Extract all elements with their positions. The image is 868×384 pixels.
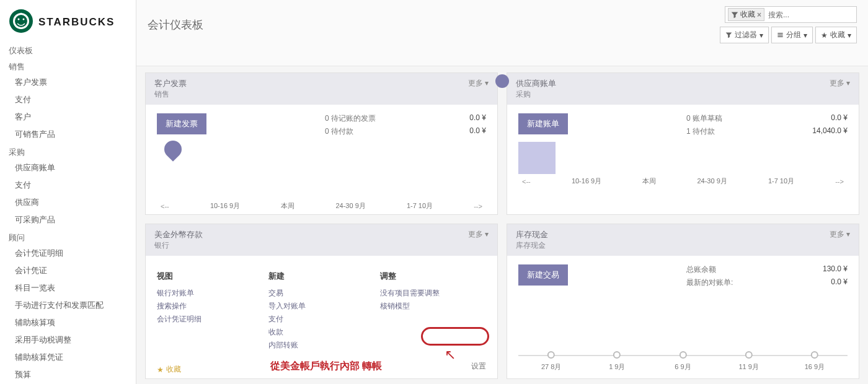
- favorites-button-label: 收藏: [830, 30, 845, 40]
- card-link[interactable]: 导入对账单: [268, 300, 361, 313]
- new-invoice-button[interactable]: 新建发票: [157, 113, 206, 134]
- nav-item[interactable]: 科目一览表: [0, 279, 136, 297]
- card-link[interactable]: 银行对账单: [157, 287, 250, 300]
- favorites-chip-label: 收藏: [740, 9, 755, 20]
- nav-item[interactable]: 辅助核算凭证: [0, 349, 136, 366]
- annotation-box: [421, 327, 489, 346]
- card-subtitle: 库存现金: [516, 240, 548, 251]
- card-title: 美金外幣存款: [154, 229, 203, 240]
- card-link[interactable]: 会计凭证明细: [157, 313, 250, 326]
- card-link[interactable]: 搜索操作: [157, 300, 250, 313]
- metric-value: 14,040.0 ¥: [812, 126, 848, 137]
- groupby-button[interactable]: 分组 ▾: [771, 27, 813, 43]
- chart-nav-arrow[interactable]: -->: [474, 203, 482, 210]
- card-more-button[interactable]: 更多 ▾: [830, 229, 850, 251]
- nav-item[interactable]: 客户发票: [0, 74, 136, 91]
- nav-group-title[interactable]: 顾问: [0, 229, 136, 245]
- new-transaction-button[interactable]: 新建交易: [518, 264, 568, 286]
- close-icon[interactable]: ×: [757, 11, 761, 19]
- nav-group-title[interactable]: 采购: [0, 143, 136, 159]
- card-link[interactable]: 交易: [268, 287, 361, 300]
- star-icon: ★: [157, 365, 164, 374]
- chart-nav-arrow[interactable]: <--: [522, 178, 531, 185]
- card-vendor-bill: 供应商账单 采购 更多 ▾ 新建账单 0 账单草稿 0.0 ¥: [507, 72, 859, 215]
- nav-item[interactable]: 供应商账单: [0, 159, 136, 177]
- card-more-button[interactable]: 更多 ▾: [468, 229, 489, 251]
- nav-group-title[interactable]: 仪表板: [0, 41, 136, 58]
- nav-item[interactable]: 可采购产品: [0, 211, 136, 229]
- metric-value: 130.0 ¥: [823, 264, 848, 275]
- card-link[interactable]: 内部转账: [268, 339, 361, 352]
- card-link[interactable]: 没有项目需要调整: [380, 287, 485, 300]
- card-customer-invoice: 客户发票 销售 更多 ▾ 新建发票: [145, 72, 498, 215]
- caret-down-icon: ▾: [760, 31, 763, 40]
- axis-label: 本周: [642, 177, 656, 186]
- search-input[interactable]: [767, 9, 854, 20]
- nav-item[interactable]: 辅助核算项: [0, 314, 136, 331]
- timeline-point: 6 9月: [675, 351, 691, 372]
- metric-label[interactable]: 1 待付款: [686, 126, 715, 137]
- annotation-text: 從美金帳戶執行內部 轉帳: [270, 360, 382, 373]
- nav-item[interactable]: 手动进行支付和发票匹配: [0, 297, 136, 314]
- metric-value: 0.0 ¥: [469, 113, 486, 124]
- brand-name: STARBUCKS: [38, 16, 115, 28]
- metric-label[interactable]: 总账余额: [686, 264, 716, 275]
- nav-item[interactable]: 采用手动税调整: [0, 331, 136, 349]
- nav-item[interactable]: 支付: [0, 177, 136, 194]
- card-link[interactable]: 核销模型: [380, 300, 485, 313]
- favorites-button[interactable]: ★ 收藏 ▾: [815, 27, 857, 43]
- metric-label[interactable]: 0 待付款: [325, 126, 353, 137]
- filter-button-label: 过滤器: [735, 30, 757, 40]
- groupby-button-label: 分组: [786, 30, 801, 40]
- page-title: 会计仪表板: [148, 17, 203, 32]
- metric-label[interactable]: 0 账单草稿: [686, 113, 722, 124]
- card-subtitle: 采购: [516, 89, 556, 100]
- axis-label: 24-30 9月: [697, 177, 727, 186]
- favorites-chip[interactable]: 收藏 ×: [728, 8, 764, 21]
- nav-item[interactable]: 可销售产品: [0, 126, 136, 143]
- journal-connector-icon[interactable]: [495, 74, 509, 88]
- axis-label: 1-7 10月: [768, 177, 794, 186]
- metric-label[interactable]: 0 待记账的发票: [325, 113, 376, 124]
- new-bill-button[interactable]: 新建账单: [518, 113, 568, 134]
- timeline-point: 27 8月: [541, 351, 561, 372]
- svg-point-3: [18, 19, 20, 20]
- axis-label: 1-7 10月: [407, 201, 433, 211]
- settings-link[interactable]: 设置: [471, 361, 486, 372]
- nav-item[interactable]: 会计凭证明细: [0, 245, 136, 262]
- card-more-button[interactable]: 更多 ▾: [468, 78, 489, 100]
- axis-label: 10-16 9月: [210, 201, 240, 211]
- card-title: 库存现金: [516, 229, 548, 240]
- card-subtitle: 销售: [154, 89, 187, 100]
- brand-logo-icon: [9, 9, 33, 35]
- star-icon: ★: [821, 31, 828, 40]
- card-title: 客户发票: [154, 78, 187, 89]
- main: 会计仪表板 收藏 × 过滤器 ▾: [136, 0, 868, 384]
- card-more-button[interactable]: 更多 ▾: [830, 78, 850, 100]
- metric-value: 0.0 ¥: [831, 113, 848, 124]
- nav-item[interactable]: 会计凭证: [0, 262, 136, 279]
- col-header-new: 新建: [268, 271, 361, 282]
- nav-group-title[interactable]: 销售: [0, 58, 136, 74]
- nav-item[interactable]: 预算: [0, 366, 136, 383]
- col-header-adjust: 调整: [380, 271, 485, 282]
- chart-nav-arrow[interactable]: <--: [161, 203, 169, 210]
- vendor-bill-chart: [518, 142, 848, 174]
- filter-button[interactable]: 过滤器 ▾: [720, 27, 769, 43]
- card-title: 供应商账单: [516, 78, 556, 89]
- chart-nav-arrow[interactable]: -->: [835, 178, 844, 185]
- search-wrap[interactable]: 收藏 ×: [725, 6, 857, 23]
- nav-item[interactable]: 供应商: [0, 194, 136, 211]
- dashboard: 客户发票 销售 更多 ▾ 新建发票: [136, 66, 868, 384]
- card-subtitle: 银行: [154, 240, 203, 251]
- metric-label[interactable]: 最新的对账单:: [686, 277, 733, 288]
- list-icon: [777, 32, 784, 38]
- card-link[interactable]: 支付: [268, 313, 361, 326]
- col-header-view: 视图: [157, 271, 250, 282]
- nav-item[interactable]: 客户: [0, 108, 136, 126]
- onboarding-pointer-icon: [161, 137, 185, 162]
- card-link[interactable]: 收款: [268, 326, 361, 339]
- favorites-link[interactable]: ★收藏: [157, 364, 181, 375]
- nav-item[interactable]: 支付: [0, 91, 136, 108]
- caret-down-icon: ▾: [848, 31, 851, 40]
